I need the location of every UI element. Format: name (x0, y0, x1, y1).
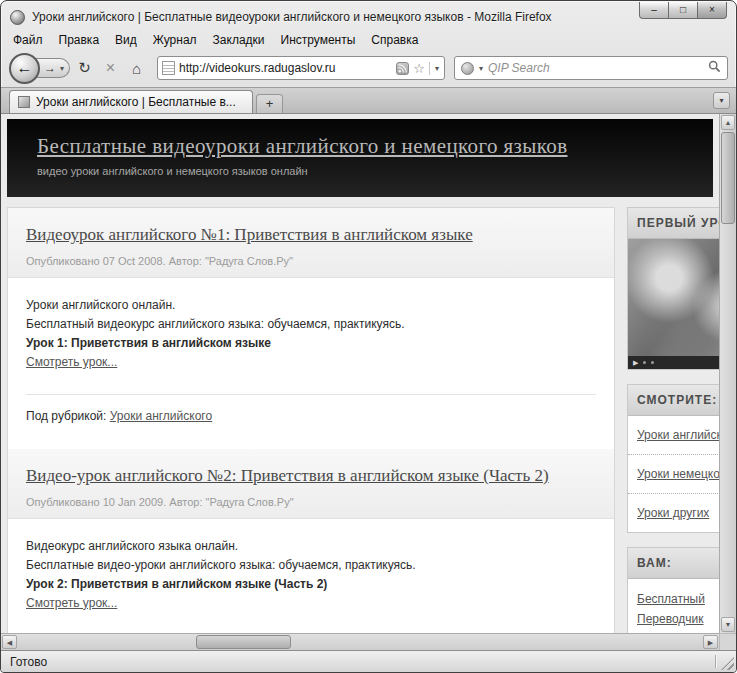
list-item: Уроки английского (628, 416, 719, 455)
horizontal-scrollbar-thumb[interactable] (196, 635, 291, 649)
list-all-tabs-icon[interactable]: ▾ (713, 92, 730, 109)
video-player-controls[interactable]: ▶ (628, 356, 719, 369)
post-2-line-1: Видеокурс английского языка онлайн. (26, 537, 596, 556)
resize-grip[interactable] (721, 657, 734, 670)
sidebar-link-free[interactable]: Бесплатный (637, 592, 705, 606)
post-2-watch-link[interactable]: Смотреть урок... (26, 596, 117, 610)
video-progress-dot (643, 361, 646, 364)
post-1-category-row: Под рубрикой: Уроки английского (26, 394, 596, 423)
site-title-link[interactable]: Бесплатные видеоуроки английского и неме… (37, 134, 568, 158)
site-header: Бесплатные видеоуроки английского и неме… (7, 119, 713, 197)
post-1: Видеоурок английского №1: Приветствия в … (8, 208, 614, 423)
window-title: Уроки английского | Бесплатные видеоурок… (32, 10, 552, 24)
post-1-line-1: Уроки английского онлайн. (26, 296, 596, 315)
reload-icon: ↻ (78, 59, 91, 77)
tab-strip: Уроки английского | Бесплатные в... + ▾ (1, 87, 736, 113)
menu-tools[interactable]: Инструменты (273, 31, 364, 49)
close-button[interactable]: × (697, 2, 727, 19)
location-bar[interactable]: http://videokurs.radugaslov.ru ☆ ▾ (157, 56, 445, 80)
window-controls: – □ × (640, 2, 727, 19)
url-text[interactable]: http://videokurs.radugaslov.ru (179, 61, 392, 75)
tab-active[interactable]: Уроки английского | Бесплатные в... (9, 90, 253, 113)
sidebar-link-german[interactable]: Уроки немецкого (637, 467, 719, 481)
menu-file[interactable]: Файл (5, 31, 51, 49)
list-item: Уроки немецкого (628, 455, 719, 494)
browser-content: Бесплатные видеоуроки английского и неме… (1, 113, 736, 650)
sidebar-first-lesson-header: ПЕРВЫЙ УРОК (628, 208, 719, 239)
horizontal-scrollbar[interactable]: ◀ ▶ (1, 633, 719, 650)
sidebar-vam-box: ВАМ: Бесплатный Переводчик (627, 547, 719, 633)
sidebar-link-translator[interactable]: Переводчик (637, 612, 704, 626)
post-1-bold-line: Урок 1: Приветствия в английском языке (26, 334, 596, 353)
site-subtitle: видео уроки английского и немецкого язык… (37, 165, 703, 177)
post-1-meta: Опубликовано 07 Oct 2008. Автор: "Радуга… (26, 255, 596, 267)
post-1-category-link[interactable]: Уроки английского (110, 409, 212, 423)
tab-favicon-icon (18, 96, 30, 108)
sidebar-link-english[interactable]: Уроки английского (637, 428, 719, 442)
menu-bookmarks[interactable]: Закладки (205, 31, 273, 49)
bookmark-star-icon[interactable]: ☆ (413, 62, 425, 75)
page-columns: Видеоурок английского №1: Приветствия в … (1, 197, 719, 633)
vertical-scrollbar-thumb[interactable] (721, 132, 735, 224)
scroll-left-icon[interactable]: ◀ (2, 635, 17, 649)
menu-history[interactable]: Журнал (145, 31, 205, 49)
sidebar-vam-header: ВАМ: (628, 548, 719, 579)
sidebar-watch-links: Уроки английского Уроки немецкого Уроки … (628, 416, 719, 532)
firefox-icon (10, 10, 25, 25)
magnifier-icon[interactable] (708, 59, 721, 77)
search-input[interactable] (488, 61, 703, 75)
maximize-button[interactable]: □ (668, 2, 698, 19)
post-2-header: Видео-урок английского №2: Приветствия в… (8, 449, 614, 519)
play-icon[interactable]: ▶ (633, 359, 638, 367)
back-button[interactable]: ← (9, 53, 40, 84)
post-2-meta: Опубликовано 10 Jan 2009. Автор: "Радуга… (26, 496, 596, 508)
post-2-line-2: Бесплатные видео-уроки английского языка… (26, 556, 596, 575)
vertical-scrollbar[interactable]: ▲ ▼ (719, 114, 736, 633)
scroll-right-icon[interactable]: ▶ (703, 635, 718, 649)
forward-icon: → (44, 61, 56, 75)
stop-icon: × (106, 59, 115, 77)
menu-view[interactable]: Вид (107, 31, 145, 49)
main-column: Видеоурок английского №1: Приветствия в … (7, 207, 615, 633)
menu-bar: Файл Правка Вид Журнал Закладки Инструме… (1, 29, 736, 51)
video-thumbnail[interactable]: ▶ (628, 239, 719, 369)
status-divider (715, 655, 716, 668)
status-bar: Готово (1, 650, 736, 672)
home-button[interactable]: ⌂ (125, 57, 148, 80)
post-1-category-label: Под рубрикой: (26, 409, 106, 423)
search-engine-dropdown-icon[interactable]: ▾ (479, 64, 483, 73)
site-identity-icon[interactable] (162, 61, 175, 75)
minimize-button[interactable]: – (639, 2, 669, 19)
browser-window: Уроки английского | Бесплатные видеоурок… (0, 0, 737, 673)
sidebar-link-other[interactable]: Уроки других (637, 506, 709, 520)
sidebar-watch-header: СМОТРИТЕ: (628, 385, 719, 416)
menu-help[interactable]: Справка (363, 31, 426, 49)
page-viewport: Бесплатные видеоуроки английского и неме… (1, 114, 719, 633)
back-icon: ← (17, 59, 33, 77)
status-text: Готово (10, 655, 47, 669)
forward-button[interactable]: → ▾ (35, 58, 70, 78)
post-1-body: Уроки английского онлайн. Бесплатный вид… (8, 278, 614, 376)
post-2-title-link[interactable]: Видео-урок английского №2: Приветствия в… (26, 466, 549, 485)
menu-edit[interactable]: Правка (51, 31, 108, 49)
history-dropdown-icon[interactable]: ▾ (60, 64, 64, 73)
scroll-down-icon[interactable]: ▼ (721, 617, 735, 632)
location-dropdown-icon[interactable]: ▾ (429, 62, 440, 75)
post-1-watch-link[interactable]: Смотреть урок... (26, 355, 117, 369)
new-tab-button[interactable]: + (256, 94, 283, 113)
post-2-bold-line: Урок 2: Приветствия в английском языке (… (26, 575, 596, 594)
sidebar-first-lesson-box: ПЕРВЫЙ УРОК ▶ (627, 207, 719, 370)
sidebar-vam-links: Бесплатный Переводчик (628, 579, 719, 633)
title-bar[interactable]: Уроки английского | Бесплатные видеоурок… (1, 1, 736, 29)
post-1-header: Видеоурок английского №1: Приветствия в … (8, 208, 614, 278)
video-progress-dot (651, 361, 654, 364)
search-engine-icon[interactable] (461, 62, 474, 75)
reload-button[interactable]: ↻ (73, 57, 96, 80)
list-item: Уроки других (628, 494, 719, 532)
home-icon: ⌂ (132, 60, 141, 77)
rss-feed-icon[interactable] (396, 62, 409, 75)
scroll-up-icon[interactable]: ▲ (721, 115, 735, 130)
post-1-title-link[interactable]: Видеоурок английского №1: Приветствия в … (26, 225, 473, 244)
stop-button[interactable]: × (99, 57, 122, 80)
navigation-toolbar: ← → ▾ ↻ × ⌂ http://videokurs.radugaslov.… (1, 51, 736, 87)
